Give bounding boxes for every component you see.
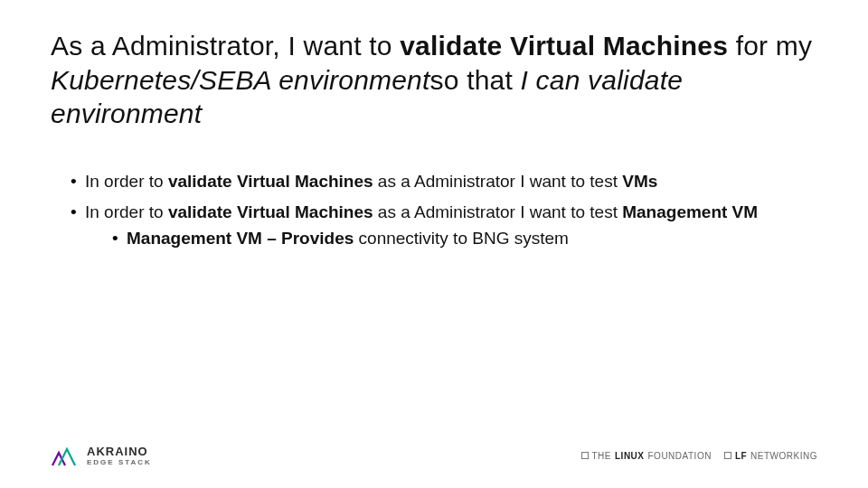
bullet-list: In order to validate Virtual Machines as… (51, 169, 817, 252)
b2a-p1: Management VM – Provides (127, 229, 354, 248)
title-seg2: validate Virtual Machines (400, 31, 728, 61)
akraino-logo: AKRAINO EDGE STACK (51, 444, 152, 467)
footer: AKRAINO EDGE STACK THE LINUX FOUNDATION … (0, 439, 868, 472)
list-item: In order to validate Virtual Machines as… (71, 200, 817, 251)
b1-p2: validate Virtual Machines (168, 172, 373, 191)
lf-thin: THE (592, 451, 612, 461)
lf-networking-logo: LF NETWORKING (724, 451, 817, 461)
slide-title: As a Administrator, I want to validate V… (51, 29, 817, 131)
akraino-mark-icon (51, 444, 78, 467)
square-icon (581, 452, 589, 459)
slide: As a Administrator, I want to validate V… (0, 0, 868, 488)
square-icon (724, 452, 731, 459)
b2a-p2: connectivity to BNG system (354, 229, 569, 248)
lfn-bold: LF (735, 451, 747, 461)
b2-p1: In order to (85, 202, 168, 221)
list-item: Management VM – Provides connectivity to… (112, 226, 817, 252)
lfn-tail: NETWORKING (750, 451, 817, 461)
title-seg5: so that (430, 65, 521, 95)
lf-tail: FOUNDATION (648, 451, 712, 461)
akraino-top: AKRAINO (87, 446, 152, 457)
b1-p3: as a Administrator I want to test (373, 172, 623, 191)
akraino-text: AKRAINO EDGE STACK (87, 446, 152, 466)
b1-p1: In order to (85, 172, 168, 191)
akraino-bottom: EDGE STACK (87, 459, 152, 466)
list-item: In order to validate Virtual Machines as… (71, 169, 817, 195)
b2-p2: validate Virtual Machines (168, 202, 373, 221)
lf-logos: THE LINUX FOUNDATION LF NETWORKING (581, 451, 817, 461)
b2-p4: Management VM (622, 202, 758, 221)
linux-foundation-logo: THE LINUX FOUNDATION (581, 451, 712, 461)
b2-p3: as a Administrator I want to test (373, 202, 623, 221)
title-seg4: Kubernetes/SEBA environment (51, 65, 430, 95)
b1-p4: VMs (622, 172, 657, 191)
title-seg3: for my (728, 31, 812, 61)
title-seg1: As a Administrator, I want to (51, 31, 400, 61)
lf-bold: LINUX (615, 451, 645, 461)
